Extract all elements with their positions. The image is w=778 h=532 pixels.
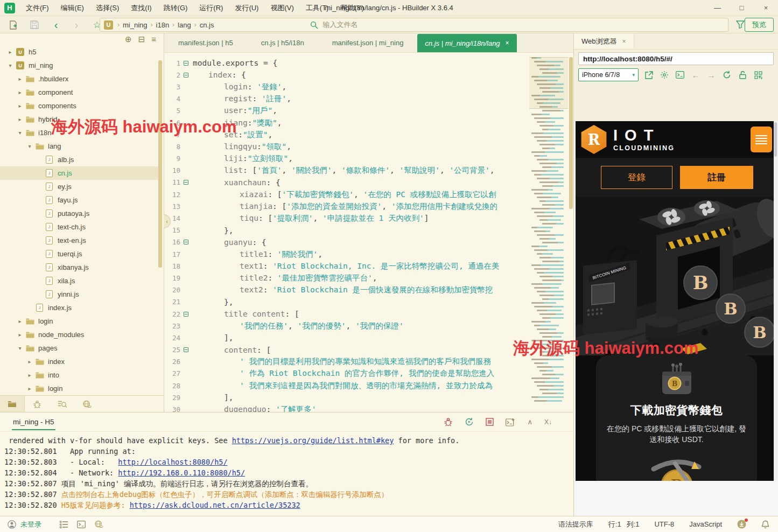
tree-arrow-icon[interactable]: ▸ <box>16 318 24 324</box>
menubar-item[interactable]: 选择(S) <box>90 0 125 16</box>
code-line[interactable]: 20text2: 'Riot Blockchain 是一個快速發展的在線和移動加… <box>164 284 525 296</box>
cursor-col-label[interactable]: 列:1 <box>627 520 640 529</box>
tree-arrow-icon[interactable]: ▾ <box>16 345 24 351</box>
code-line[interactable]: 4regist: '註冊', <box>164 93 525 105</box>
code-line[interactable]: 6jiang:"獎勵", <box>164 117 525 129</box>
collapse-all-icon[interactable]: ⊟ <box>138 34 145 44</box>
code-area[interactable]: 1module.exports = {2index: {3login: '登錄'… <box>164 57 525 412</box>
breadcrumb-item[interactable]: cn.js <box>198 21 216 29</box>
line-number[interactable]: 18 <box>164 262 180 270</box>
line-number[interactable]: 30 <box>164 405 180 412</box>
tree-item-login[interactable]: ▸login <box>0 314 159 328</box>
menubar-item[interactable]: 文件(F) <box>20 0 55 16</box>
tree-arrow-icon[interactable]: ▾ <box>6 62 14 68</box>
code-line[interactable]: 21}, <box>164 296 525 308</box>
line-number[interactable]: 23 <box>164 322 180 330</box>
locate-file-icon[interactable]: ⊕ <box>125 34 132 44</box>
filter-icon[interactable] <box>736 20 745 29</box>
line-number[interactable]: 19 <box>164 274 180 282</box>
tree-item-text-ch.js[interactable]: Jtext-ch.js <box>0 220 159 234</box>
tree-item-ey.js[interactable]: Jey.js <box>0 180 159 193</box>
tab-web[interactable] <box>74 396 99 412</box>
console-tab[interactable]: mi_ning - H5 <box>12 414 55 430</box>
terminal-icon[interactable] <box>675 69 685 80</box>
menubar-item[interactable]: 查找(I) <box>125 0 157 16</box>
new-file-icon[interactable] <box>6 18 19 31</box>
tree-arrow-icon[interactable]: ▸ <box>26 386 33 391</box>
code-line[interactable]: 2index: { <box>164 69 525 81</box>
tree-item-xibanya.js[interactable]: Jxibanya.js <box>0 261 159 274</box>
tab-search[interactable] <box>50 396 74 412</box>
browser-tab[interactable]: Web浏览器 × <box>574 33 634 49</box>
bell-icon[interactable] <box>761 520 769 529</box>
code-line[interactable]: 26' 我們的目標是利用我們的專業知識和知識來造福我們的客戶和我們服務 <box>164 356 525 368</box>
line-number[interactable]: 29 <box>164 394 180 402</box>
open-external-icon[interactable] <box>643 69 654 80</box>
tree-item-login[interactable]: ▸login <box>0 382 159 395</box>
code-line[interactable]: 18text1: 'Riot Blockchain, Inc. 是一家比特幣挖礦… <box>164 260 525 272</box>
refresh-icon[interactable] <box>721 69 732 80</box>
minimize-icon[interactable]: — <box>705 0 730 16</box>
fold-icon[interactable] <box>182 308 190 320</box>
tree-arrow-icon[interactable]: ▸ <box>16 332 24 338</box>
minimap-viewport[interactable] <box>529 57 568 109</box>
debug-bug-icon[interactable] <box>444 417 453 426</box>
file-search[interactable]: 输入文件名 <box>310 20 358 30</box>
encoding-label[interactable]: UTF-8 <box>654 520 674 528</box>
tree-item-node_modules[interactable]: ▸node_modules <box>0 328 159 341</box>
code-line[interactable]: 28' 我們來到這裡是因為我們對開放、透明的市場充滿熱情, 並致力於成為 <box>164 380 525 391</box>
login-button[interactable]: 登錄 <box>601 166 672 189</box>
tree-item-i18n[interactable]: ▾i18n <box>0 126 159 139</box>
restart-icon[interactable] <box>465 417 474 426</box>
clear-console-icon[interactable]: X↓ <box>544 418 552 426</box>
code-line[interactable]: 23'我們的任務', '我們的優勢', '我們的保證' <box>164 320 525 332</box>
line-number[interactable]: 5 <box>164 107 180 115</box>
line-number[interactable]: 2 <box>164 71 180 79</box>
tree-item-fayu.js[interactable]: Jfayu.js <box>0 193 159 207</box>
code-line[interactable]: 16guanyu: { <box>164 236 525 248</box>
line-number[interactable]: 7 <box>164 131 180 139</box>
back-icon[interactable]: ‹ <box>50 18 62 31</box>
code-line[interactable]: 9liji:"立刻領取", <box>164 153 525 165</box>
line-number[interactable]: 1 <box>164 59 180 67</box>
tree-item-mi_ning[interactable]: ▾Umi_ning <box>0 59 159 72</box>
cursor-line-label[interactable]: 行:1 <box>608 520 621 529</box>
tree-item-hybrid[interactable]: ▸hybrid <box>0 113 159 126</box>
save-icon[interactable] <box>28 18 41 31</box>
code-line[interactable]: 7set:"設置", <box>164 129 525 141</box>
menubar-item[interactable]: 视图(V) <box>264 0 299 16</box>
line-number[interactable]: 10 <box>164 166 180 174</box>
log-link[interactable]: https://ask.dcloud.net.cn/article/35232 <box>130 501 300 509</box>
menubar-item[interactable]: 编辑(E) <box>55 0 90 16</box>
register-button[interactable]: 註冊 <box>680 166 753 189</box>
fold-icon[interactable] <box>182 57 190 69</box>
line-number[interactable]: 20 <box>164 286 180 294</box>
code-line[interactable]: 12xiazai: ['下載加密貨幣錢包', '在您的 PC 或移動設備上獲取它… <box>164 188 525 200</box>
code-line[interactable]: 3login: '登錄', <box>164 81 525 93</box>
fold-icon[interactable] <box>182 69 190 81</box>
code-line[interactable]: 22title_content: [ <box>164 308 525 320</box>
line-number[interactable]: 9 <box>164 155 180 163</box>
line-number[interactable]: 25 <box>164 346 180 354</box>
menubar-item[interactable]: 跳转(G) <box>158 0 194 16</box>
terminal-status-icon[interactable] <box>77 521 86 528</box>
tree-item-putaoya.js[interactable]: Jputaoya.js <box>0 207 159 220</box>
code-line[interactable]: 27' 作為 Riot Blockchain 的官方合作夥伴, 我們的使命是幫助… <box>164 368 525 380</box>
update-download-icon[interactable] <box>737 520 746 529</box>
code-line[interactable]: 5user:"用戶", <box>164 105 525 117</box>
code-line[interactable]: 8lingqyu:"領取", <box>164 141 525 152</box>
tab-close-icon[interactable]: × <box>506 39 509 47</box>
line-number[interactable]: 28 <box>164 382 180 390</box>
menubar-item[interactable]: 运行(R) <box>193 0 229 16</box>
web-service-icon[interactable] <box>94 520 103 528</box>
editor-tab[interactable]: cn.js | h5/i18n <box>247 33 318 52</box>
account-status[interactable]: 未登录 <box>8 520 41 529</box>
outline-list-icon[interactable] <box>60 521 68 528</box>
sidebar-scrollbar[interactable] <box>158 60 162 268</box>
code-line[interactable]: 14tiqu: ['提取利潤', '申請提款並在 1 天內收到'] <box>164 212 525 224</box>
breadcrumb[interactable]: ›mi_ning›i18n›lang›cn.js <box>116 21 216 29</box>
new-terminal-icon[interactable] <box>506 418 515 426</box>
tree-item-into[interactable]: ▸into <box>0 368 159 382</box>
tree-item-alb.js[interactable]: Jalb.js <box>0 153 159 166</box>
line-number[interactable]: 12 <box>164 191 180 199</box>
